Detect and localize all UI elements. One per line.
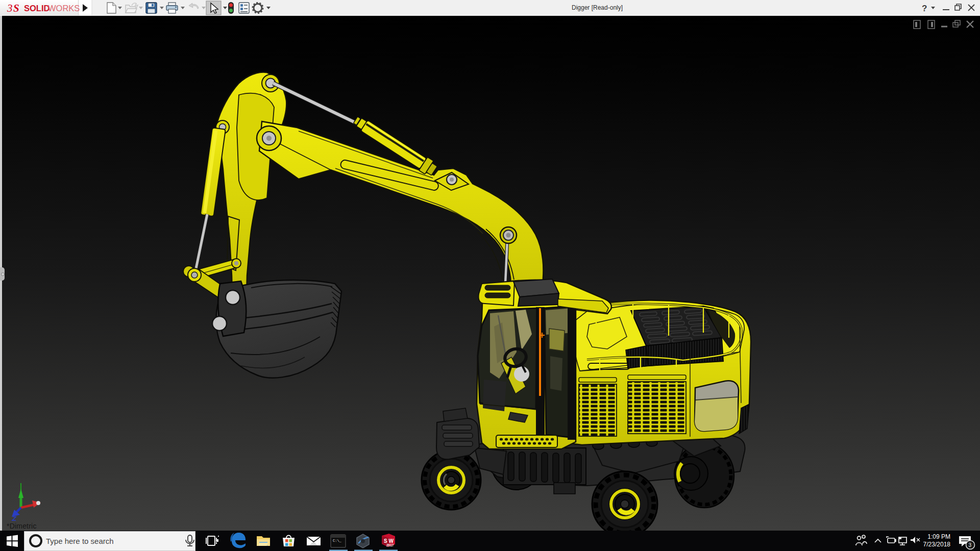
svg-text:3: 3	[7, 2, 13, 14]
svg-text:?: ?	[922, 4, 927, 13]
svg-text:S: S	[13, 2, 19, 14]
svg-text:C:\_: C:\_	[333, 539, 342, 543]
svg-text:WORKS: WORKS	[48, 4, 80, 13]
svg-text:2017: 2017	[386, 543, 394, 547]
svg-text:3: 3	[969, 542, 972, 548]
svg-text:SOLID: SOLID	[24, 4, 50, 13]
